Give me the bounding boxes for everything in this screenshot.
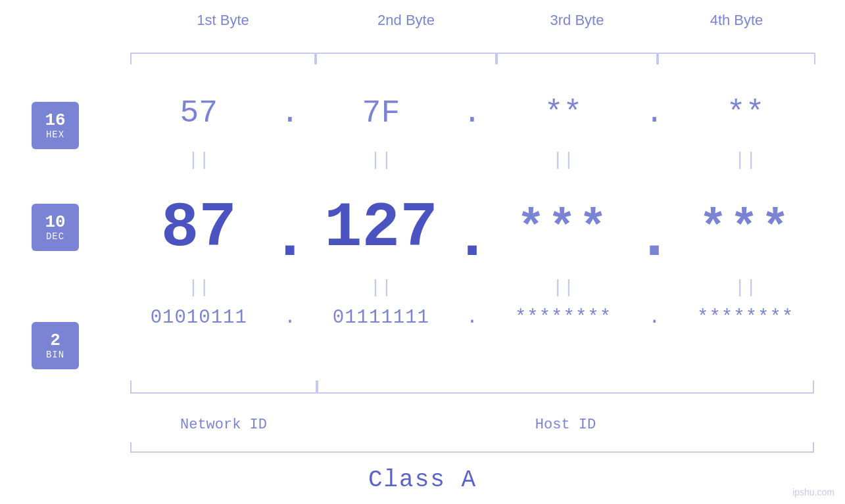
bracket-b4-right <box>814 53 815 64</box>
main-content: 1st Byte 2nd Byte 3rd Byte 4th Byte 16 H… <box>0 0 845 504</box>
class-label: Class A <box>0 467 845 493</box>
full-bottom-line <box>130 451 814 453</box>
hex-row: 57 . 7F . ** . ** <box>130 95 814 131</box>
dec-badge-number: 10 <box>45 213 65 232</box>
bin-b3: ******** <box>498 307 629 329</box>
bin-badge: 2 BIN <box>32 322 79 369</box>
host-bracket-bottom-line <box>317 392 814 394</box>
hex-dot2: . <box>452 95 492 131</box>
net-bracket-bottom-line <box>130 392 317 394</box>
bin-b4: ******** <box>680 307 811 329</box>
bin-row: 01010111 . 01111111 . ******** . *******… <box>130 307 814 329</box>
byte4-label: 4th Byte <box>658 12 815 29</box>
network-id-label: Network ID <box>130 417 317 433</box>
hex-badge-label: HEX <box>46 129 64 140</box>
hex-badge-number: 16 <box>45 111 65 130</box>
bin-badge-label: BIN <box>46 350 64 360</box>
eq-db-2: || <box>315 277 447 298</box>
eq-hd-1: || <box>133 150 264 170</box>
hex-badge: 16 HEX <box>32 102 79 149</box>
net-bracket-left-tick <box>130 380 132 394</box>
bracket-b1-top <box>130 53 316 64</box>
dec-badge-label: DEC <box>46 231 64 242</box>
watermark: ipshu.com <box>792 487 834 499</box>
dec-dot2: . <box>452 183 492 274</box>
bracket-b2-top <box>316 53 496 64</box>
hex-b2: 7F <box>315 95 447 131</box>
dec-b2: 127 <box>315 193 447 264</box>
byte1-label: 1st Byte <box>130 12 316 29</box>
bracket-b3-top <box>496 53 658 64</box>
eq-hd-3: || <box>498 150 629 170</box>
dec-badge: 10 DEC <box>32 204 79 251</box>
bin-b1: 01010111 <box>133 307 264 329</box>
dec-row: 87 . 127 . *** . *** <box>130 183 814 274</box>
host-bracket-right-tick <box>813 380 814 394</box>
dec-b1: 87 <box>133 193 264 264</box>
full-bottom-right-tick <box>813 442 814 453</box>
bracket-b4-top <box>658 53 815 64</box>
eq-row-dec-bin: || || || || <box>130 277 814 298</box>
hex-b4: ** <box>680 95 811 131</box>
hex-b1: 57 <box>133 95 264 131</box>
bin-b2: 01111111 <box>315 307 447 329</box>
bin-dot2: . <box>452 307 492 329</box>
byte2-label: 2nd Byte <box>316 12 496 29</box>
full-bottom-left-tick <box>130 442 132 453</box>
dec-b3: *** <box>498 202 629 256</box>
eq-db-3: || <box>498 277 629 298</box>
hex-dot1: . <box>270 95 310 131</box>
bin-badge-number: 2 <box>50 331 60 350</box>
bin-dot1: . <box>270 307 310 329</box>
dec-dot3: . <box>635 183 674 274</box>
eq-hd-4: || <box>680 150 811 170</box>
eq-hd-2: || <box>315 150 447 170</box>
eq-db-4: || <box>680 277 811 298</box>
byte3-label: 3rd Byte <box>496 12 658 29</box>
eq-db-1: || <box>133 277 264 298</box>
dec-dot1: . <box>270 183 310 274</box>
hex-dot3: . <box>635 95 674 131</box>
host-id-label: Host ID <box>317 417 814 433</box>
dec-b4: *** <box>680 202 811 256</box>
eq-row-hex-dec: || || || || <box>130 150 814 170</box>
hex-b3: ** <box>498 95 629 131</box>
host-bracket-left-tick <box>317 380 318 394</box>
bin-dot3: . <box>635 307 674 329</box>
